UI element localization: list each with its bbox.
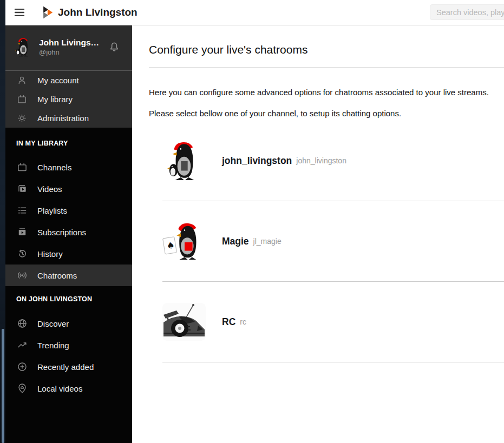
hamburger-icon bbox=[13, 6, 26, 19]
sidebar-item-my-library[interactable]: My library bbox=[5, 90, 132, 109]
user-avatar bbox=[14, 37, 33, 57]
bell-icon bbox=[107, 39, 121, 54]
plus-circle-icon bbox=[17, 361, 28, 372]
scrollbar-thumb[interactable] bbox=[2, 329, 4, 443]
intro-paragraph-1: Here you can configure some advanced opt… bbox=[149, 88, 504, 97]
menu-toggle-button[interactable] bbox=[12, 5, 27, 20]
sidebar-item-label: Channels bbox=[37, 163, 71, 172]
penguin-santa-avatar bbox=[167, 141, 201, 181]
channel-row-rc[interactable]: RC rc bbox=[162, 282, 504, 362]
channel-name: RC bbox=[222, 316, 235, 328]
sidebar-item-videos[interactable]: Videos bbox=[5, 178, 132, 200]
sidebar-item-administration[interactable]: Administration bbox=[5, 109, 132, 128]
playlist-icon bbox=[17, 205, 28, 216]
main-menu: My account My library Administration bbox=[5, 71, 132, 128]
channel-handle: rc bbox=[240, 318, 246, 326]
notifications-button[interactable] bbox=[107, 39, 121, 54]
search-input[interactable] bbox=[430, 4, 504, 20]
sidebar-item-subscriptions[interactable]: Subscriptions bbox=[5, 221, 132, 243]
section-header-on-john-livingston: ON JOHN LIVINGSTON bbox=[5, 295, 132, 303]
channel-avatar-box bbox=[162, 139, 206, 182]
section-header-in-my-library: IN MY LIBRARY bbox=[5, 140, 132, 147]
window-edge-scrollbar-track bbox=[0, 0, 5, 443]
sidebar-item-trending[interactable]: Trending bbox=[5, 334, 132, 356]
sidebar-item-label: Discover bbox=[37, 319, 69, 328]
tv-antenna-icon bbox=[17, 162, 28, 173]
user-handle: @john bbox=[39, 48, 99, 57]
sidebar-item-label: Local videos bbox=[37, 384, 82, 393]
sidebar-item-label: History bbox=[37, 249, 63, 259]
channel-list: john_livingston john_livingston ♠ bbox=[162, 121, 504, 362]
history-clock-icon bbox=[17, 248, 28, 259]
sidebar-item-label: My library bbox=[37, 95, 73, 104]
channel-name: john_livingston bbox=[222, 155, 292, 167]
sidebar-item-recently-added[interactable]: Recently added bbox=[5, 356, 132, 378]
topbar: John Livingston bbox=[5, 0, 504, 25]
instance-title: John Livingston bbox=[58, 6, 138, 18]
channel-avatar-box bbox=[162, 300, 206, 343]
channel-avatar-box: ♠ bbox=[162, 220, 206, 263]
sidebar-item-label: Videos bbox=[37, 184, 62, 194]
sidebar-item-label: Chatrooms bbox=[37, 271, 77, 280]
penguin-card-avatar: ♠ bbox=[162, 221, 206, 261]
intro-paragraph-2: Please select bellow one of your channel… bbox=[149, 109, 504, 118]
sidebar-item-label: Administration bbox=[37, 114, 89, 123]
page-title: Configure your live's chatrooms bbox=[149, 43, 504, 68]
channel-handle: jl_magie bbox=[253, 237, 282, 246]
gear-icon bbox=[17, 113, 27, 123]
sidebar-item-label: Trending bbox=[37, 341, 69, 350]
sidebar-item-label: Recently added bbox=[37, 362, 94, 372]
user-block[interactable]: John Livings… @john bbox=[5, 25, 132, 71]
sidebar-item-history[interactable]: History bbox=[5, 243, 132, 265]
sidebar-item-playlists[interactable]: Playlists bbox=[5, 200, 132, 221]
sidebar-item-label: Subscriptions bbox=[37, 228, 86, 237]
live-broadcast-icon bbox=[17, 270, 28, 281]
channel-handle: john_livingston bbox=[296, 156, 346, 165]
home-pin-icon bbox=[17, 383, 28, 394]
sidebar-item-channels[interactable]: Channels bbox=[5, 156, 132, 178]
channel-row-john-livingston[interactable]: john_livingston john_livingston bbox=[162, 121, 504, 201]
main-content: Configure your live's chatrooms Here you… bbox=[132, 25, 504, 443]
rc-car-avatar bbox=[162, 303, 206, 341]
svg-text:♠: ♠ bbox=[166, 240, 175, 251]
subscriptions-icon bbox=[17, 227, 28, 237]
globe-icon bbox=[17, 318, 28, 329]
sidebar-item-local-videos[interactable]: Local videos bbox=[5, 378, 132, 399]
channel-row-magie[interactable]: ♠ Magie jl_magie bbox=[162, 201, 504, 282]
person-icon bbox=[17, 75, 27, 85]
channel-name: Magie bbox=[222, 236, 249, 247]
user-display-name: John Livings… bbox=[39, 37, 99, 48]
sidebar-item-discover[interactable]: Discover bbox=[5, 313, 132, 334]
peertube-logo-icon[interactable] bbox=[41, 6, 54, 19]
sidebar-item-label: My account bbox=[37, 76, 79, 85]
sidebar: John Livings… @john My account bbox=[5, 25, 132, 443]
video-stack-icon bbox=[17, 183, 28, 194]
sidebar-item-label: Playlists bbox=[37, 206, 67, 215]
tv-icon bbox=[17, 94, 27, 104]
sidebar-item-my-account[interactable]: My account bbox=[5, 71, 132, 90]
sidebar-item-chatrooms[interactable]: Chatrooms bbox=[5, 265, 132, 286]
trending-up-icon bbox=[17, 340, 28, 351]
